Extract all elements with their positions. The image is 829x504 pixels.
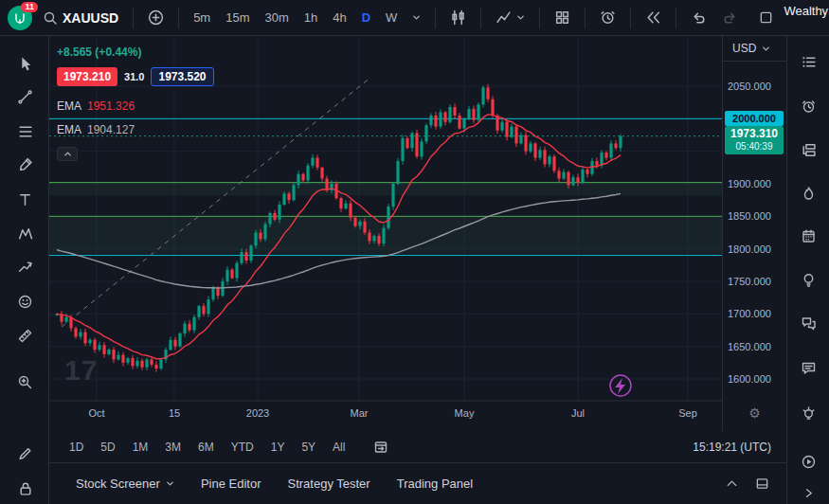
xabcd-pattern-tool-button[interactable] bbox=[12, 221, 37, 245]
save-link[interactable]: Save bbox=[784, 19, 829, 31]
trend-line-tool-button[interactable] bbox=[12, 84, 37, 109]
price-label: 1700.000 bbox=[728, 307, 771, 320]
panel-layout-button[interactable] bbox=[750, 473, 773, 495]
emoji-tool-button[interactable] bbox=[12, 289, 37, 314]
top-toolbar: 11 XAUUSD 5m 15m 30m 1h 4h D W bbox=[0, 0, 829, 36]
chart-canvas[interactable]: 17 Oct 15 2023 Mar May Jul Sep +8.565 (+… bbox=[49, 36, 722, 431]
object-tree-button[interactable] bbox=[797, 138, 820, 162]
divider bbox=[133, 8, 134, 28]
go-to-date-button[interactable] bbox=[367, 437, 395, 458]
help-center-button[interactable] bbox=[797, 403, 820, 426]
fib-lines-icon bbox=[17, 123, 33, 139]
ema-slow-row[interactable]: EMA 1904.127 bbox=[57, 123, 214, 136]
timeframe-30m[interactable]: 30m bbox=[260, 7, 293, 28]
timeframe-1w[interactable]: W bbox=[381, 7, 402, 28]
strategy-tester-tab[interactable]: Strategy Tester bbox=[278, 472, 379, 495]
ask-price-badge[interactable]: 1973.520 bbox=[151, 67, 213, 86]
ideas-button[interactable] bbox=[797, 268, 820, 292]
chevron-right-icon bbox=[802, 486, 816, 500]
bid-price-badge[interactable]: 1973.210 bbox=[57, 67, 117, 86]
stock-screener-label: Stock Screener bbox=[76, 477, 160, 491]
calendar-button[interactable] bbox=[797, 225, 820, 248]
expand-panel-button[interactable] bbox=[720, 473, 743, 495]
range-5d[interactable]: 5D bbox=[94, 438, 121, 457]
range-ytd[interactable]: YTD bbox=[225, 438, 261, 457]
price-scale[interactable]: USD 2050.000 1900.000 1850.000 1800.000 … bbox=[722, 36, 786, 431]
hotlist-flame-icon bbox=[801, 186, 817, 202]
collapse-sidebar-button[interactable] bbox=[797, 481, 820, 504]
ema-fast-row[interactable]: EMA 1951.326 bbox=[57, 99, 214, 113]
interval-menu-button[interactable] bbox=[407, 9, 425, 26]
timeframe-4h[interactable]: 4h bbox=[328, 7, 351, 28]
watchlist-button[interactable] bbox=[797, 50, 820, 74]
divider bbox=[630, 8, 631, 28]
timeframe-1d[interactable]: D bbox=[357, 7, 375, 28]
price-scale-settings-gear-icon[interactable]: ⚙ bbox=[723, 405, 786, 421]
range-5y[interactable]: 5Y bbox=[295, 438, 322, 457]
lock-drawings-button[interactable] bbox=[12, 476, 37, 500]
save-layout-button[interactable] bbox=[754, 7, 778, 28]
divider bbox=[539, 8, 540, 28]
x-axis-label: Jul bbox=[571, 407, 585, 419]
timeframe-5m[interactable]: 5m bbox=[189, 7, 215, 28]
edit-tool-button[interactable] bbox=[12, 441, 37, 465]
divider bbox=[585, 8, 586, 28]
bar-replay-button[interactable] bbox=[640, 6, 666, 29]
layout-name: Wealthy Edu bbox=[784, 4, 829, 19]
hotlists-button[interactable] bbox=[797, 182, 820, 206]
wealthy-education-logo[interactable]: 11 bbox=[8, 6, 32, 30]
chevron-up-icon bbox=[63, 150, 72, 158]
legend-collapse-button[interactable] bbox=[57, 147, 78, 161]
tradingview-watermark: 17 bbox=[64, 354, 98, 387]
range-all[interactable]: All bbox=[326, 438, 351, 457]
redo-button[interactable] bbox=[717, 6, 743, 29]
chevron-down-icon bbox=[412, 13, 421, 22]
undo-button[interactable] bbox=[686, 6, 712, 29]
utc-clock[interactable]: 15:19:21 (UTC) bbox=[693, 441, 771, 454]
alerts-clock-icon bbox=[801, 99, 817, 115]
timeframe-1h[interactable]: 1h bbox=[299, 7, 322, 28]
zoom-tool-button[interactable] bbox=[12, 369, 37, 394]
cursor-tool-button[interactable] bbox=[12, 51, 37, 76]
play-circle-icon bbox=[801, 454, 817, 470]
chevron-up-icon bbox=[725, 477, 739, 491]
go-to-date-calendar-icon bbox=[373, 440, 388, 455]
indicators-button[interactable] bbox=[491, 6, 530, 29]
private-messages-button[interactable] bbox=[797, 356, 820, 380]
checkbox-square-icon bbox=[759, 10, 773, 25]
measure-tool-button[interactable] bbox=[12, 323, 37, 348]
symbol-search-button[interactable]: XAUUSD bbox=[38, 7, 123, 29]
range-1m[interactable]: 1M bbox=[126, 438, 155, 457]
range-1d[interactable]: 1D bbox=[63, 438, 90, 457]
timeframe-15m[interactable]: 15m bbox=[221, 7, 254, 28]
chart-type-button[interactable] bbox=[445, 6, 471, 29]
edit-pencil-icon bbox=[17, 445, 33, 461]
pine-editor-tab[interactable]: Pine Editor bbox=[191, 472, 271, 495]
range-3m[interactable]: 3M bbox=[158, 438, 188, 457]
layout-name-block[interactable]: Wealthy Edu Save bbox=[784, 4, 829, 31]
trading-panel-tab[interactable]: Trading Panel bbox=[387, 472, 482, 495]
help-lightbulb-icon bbox=[801, 406, 817, 423]
prediction-tool-button[interactable] bbox=[12, 254, 37, 279]
fib-retracement-tool-button[interactable] bbox=[12, 118, 37, 143]
public-chats-button[interactable] bbox=[797, 312, 820, 335]
tutorials-button[interactable] bbox=[797, 450, 820, 474]
alerts-button[interactable] bbox=[797, 95, 820, 118]
divider bbox=[435, 8, 436, 28]
stock-screener-tab[interactable]: Stock Screener bbox=[66, 472, 184, 495]
text-tool-button[interactable] bbox=[12, 187, 37, 211]
create-alert-button[interactable] bbox=[595, 6, 621, 29]
xabcd-pattern-icon bbox=[17, 225, 33, 242]
range-1y[interactable]: 1Y bbox=[264, 438, 292, 457]
x-axis-label: 15 bbox=[169, 407, 180, 419]
chat-bubbles-icon bbox=[801, 315, 817, 332]
brush-tool-button[interactable] bbox=[12, 152, 37, 176]
alert-clock-icon bbox=[600, 9, 616, 26]
compare-add-symbol-button[interactable] bbox=[143, 6, 169, 29]
currency-selector[interactable]: USD bbox=[723, 36, 786, 62]
range-6m[interactable]: 6M bbox=[191, 438, 221, 457]
redo-arrow-icon bbox=[722, 9, 738, 26]
x-axis-label: Sep bbox=[678, 407, 697, 419]
layout-grid-button[interactable] bbox=[550, 6, 575, 29]
emoji-smiley-icon bbox=[17, 294, 33, 310]
